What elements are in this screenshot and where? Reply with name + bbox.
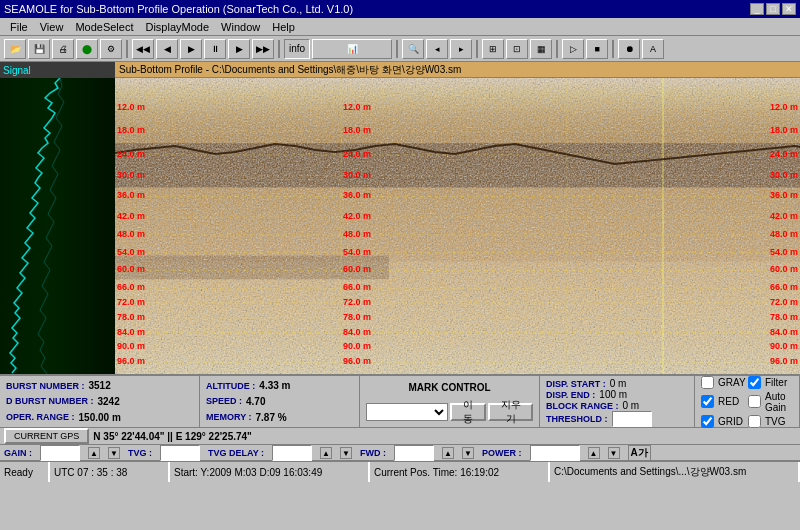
depth-54-right: 54.0 m: [770, 247, 798, 257]
menu-file[interactable]: File: [4, 20, 34, 34]
depth-66-left: 66.0 m: [117, 282, 145, 292]
sonar-display: 12.0 m 18.0 m 24.0 m 30.0 m 36.0 m 42.0 …: [115, 78, 800, 374]
gray-checkbox[interactable]: [701, 376, 714, 389]
start-segment: Start: Y:2009 M:03 D:09 16:03:49: [170, 462, 370, 482]
maximize-button[interactable]: □: [766, 3, 780, 15]
depth-90-mid: 90.0 m: [343, 341, 371, 351]
fwd-up[interactable]: ▲: [442, 447, 454, 459]
menu-modeselect[interactable]: ModeSelect: [69, 20, 139, 34]
depth-12-right: 12.0 m: [770, 102, 798, 112]
gain-up[interactable]: ▲: [88, 447, 100, 459]
delete-button[interactable]: 지우기: [488, 403, 533, 421]
toolbar-play[interactable]: ▶: [180, 39, 202, 59]
power-up[interactable]: ▲: [588, 447, 600, 459]
minimize-button[interactable]: _: [750, 3, 764, 15]
gain-input[interactable]: [40, 445, 80, 461]
current-pos-segment: Current Pos. Time: 16:19:02: [370, 462, 550, 482]
move-button[interactable]: 이동: [450, 403, 486, 421]
toolbar-info-btn[interactable]: 📊: [312, 39, 392, 59]
depth-72-mid: 72.0 m: [343, 297, 371, 307]
menu-help[interactable]: Help: [266, 20, 301, 34]
toolbar-connect[interactable]: ⬤: [76, 39, 98, 59]
toolbar-left[interactable]: ◂: [426, 39, 448, 59]
depth-84-right: 84.0 m: [770, 327, 798, 337]
tvg-delay-up[interactable]: ▲: [320, 447, 332, 459]
toolbar-stop[interactable]: ■: [586, 39, 608, 59]
toolbar-right[interactable]: ▸: [450, 39, 472, 59]
grid-checkbox-group: GRID: [701, 415, 746, 428]
file-path: C:\Documents and Settings\...\강양W03.sm: [554, 465, 746, 479]
depth-72-left: 72.0 m: [117, 297, 145, 307]
toolbar-back[interactable]: ◀◀: [132, 39, 154, 59]
memory-label: MEMORY :: [206, 412, 252, 422]
memory-value: 7.87 %: [256, 412, 287, 423]
filter-checkbox-group: Filter: [748, 376, 793, 389]
close-button[interactable]: ✕: [782, 3, 796, 15]
info-row-3: GAIN : ▲ ▼ TVG : TVG DELAY : ▲ ▼ FWD : ▲…: [0, 445, 800, 461]
depth-60-left: 60.0 m: [117, 264, 145, 274]
mark-select[interactable]: [366, 403, 448, 421]
toolbar-sep-2: [278, 40, 280, 58]
start-info: Start: Y:2009 M:03 D:09 16:03:49: [174, 467, 322, 478]
current-gps-button[interactable]: CURRENT GPS: [4, 428, 89, 444]
speed-value: 4.70: [246, 396, 265, 407]
toolbar-font[interactable]: A: [642, 39, 664, 59]
depth-42-right: 42.0 m: [770, 211, 798, 221]
red-checkbox-group: RED: [701, 391, 746, 413]
fwd-input[interactable]: [394, 445, 434, 461]
filter-label: Filter: [765, 377, 787, 388]
tvg-input[interactable]: [160, 445, 200, 461]
fwd-down[interactable]: ▼: [462, 447, 474, 459]
menu-displaymode[interactable]: DisplayMode: [139, 20, 215, 34]
disp-start-row: DISP. START : 0 m: [546, 378, 688, 389]
disp-start-label: DISP. START :: [546, 379, 606, 389]
tvg-checkbox[interactable]: [748, 415, 761, 428]
gain-down[interactable]: ▼: [108, 447, 120, 459]
title-bar-buttons[interactable]: _ □ ✕: [750, 3, 796, 15]
tvg-delay-input[interactable]: [272, 445, 312, 461]
altitude-row: ALTITUDE : 4.33 m: [206, 380, 353, 391]
toolbar-extra3[interactable]: ▦: [530, 39, 552, 59]
grid-label: GRID: [718, 416, 743, 427]
disp-end-label: DISP. END :: [546, 390, 595, 400]
toolbar-sep-4: [476, 40, 478, 58]
power-input[interactable]: [530, 445, 580, 461]
toolbar-fwd[interactable]: ▶▶: [252, 39, 274, 59]
toolbar-info-label: info: [284, 39, 310, 59]
toolbar-record[interactable]: ⏺: [618, 39, 640, 59]
toolbar-step-fwd[interactable]: ▶: [228, 39, 250, 59]
gray-checkbox-group: GRAY: [701, 376, 746, 389]
toolbar-open[interactable]: 📂: [4, 39, 26, 59]
main-display: Signal Sub-Bottom Prof: [0, 62, 800, 374]
threshold-label: THRESHOLD :: [546, 414, 608, 424]
toolbar-extra2[interactable]: ⊡: [506, 39, 528, 59]
gps-value: N 35° 22'44.04" || E 129° 22'25.74": [93, 431, 252, 442]
toolbar-save[interactable]: 💾: [28, 39, 50, 59]
toolbar-step-back[interactable]: ◀: [156, 39, 178, 59]
power-down[interactable]: ▼: [608, 447, 620, 459]
toolbar-settings[interactable]: ⚙: [100, 39, 122, 59]
menu-window[interactable]: Window: [215, 20, 266, 34]
filter-checkbox[interactable]: [748, 376, 761, 389]
threshold-input[interactable]: [612, 411, 652, 427]
disp-end-row: DISP. END : 100 m: [546, 389, 688, 400]
toolbar-play2[interactable]: ▷: [562, 39, 584, 59]
depth-66-right: 66.0 m: [770, 282, 798, 292]
toolbar-print[interactable]: 🖨: [52, 39, 74, 59]
toolbar-zoom[interactable]: 🔍: [402, 39, 424, 59]
depth-90-right: 90.0 m: [770, 341, 798, 351]
burst-info-block: BURST NUMBER : 3512 D BURST NUMBER : 324…: [0, 376, 200, 427]
toolbar-extra1[interactable]: ⊞: [482, 39, 504, 59]
depth-72-right: 72.0 m: [770, 297, 798, 307]
tvg-delay-down[interactable]: ▼: [340, 447, 352, 459]
auto-gain-checkbox[interactable]: [748, 395, 761, 408]
toolbar-pause[interactable]: ⏸: [204, 39, 226, 59]
menu-view[interactable]: View: [34, 20, 70, 34]
grid-checkbox[interactable]: [701, 415, 714, 428]
depth-84-left: 84.0 m: [117, 327, 145, 337]
depth-78-left: 78.0 m: [117, 312, 145, 322]
depth-48-right: 48.0 m: [770, 229, 798, 239]
speed-row: SPEED : 4.70: [206, 396, 353, 407]
red-checkbox[interactable]: [701, 395, 714, 408]
depth-54-mid: 54.0 m: [343, 247, 371, 257]
